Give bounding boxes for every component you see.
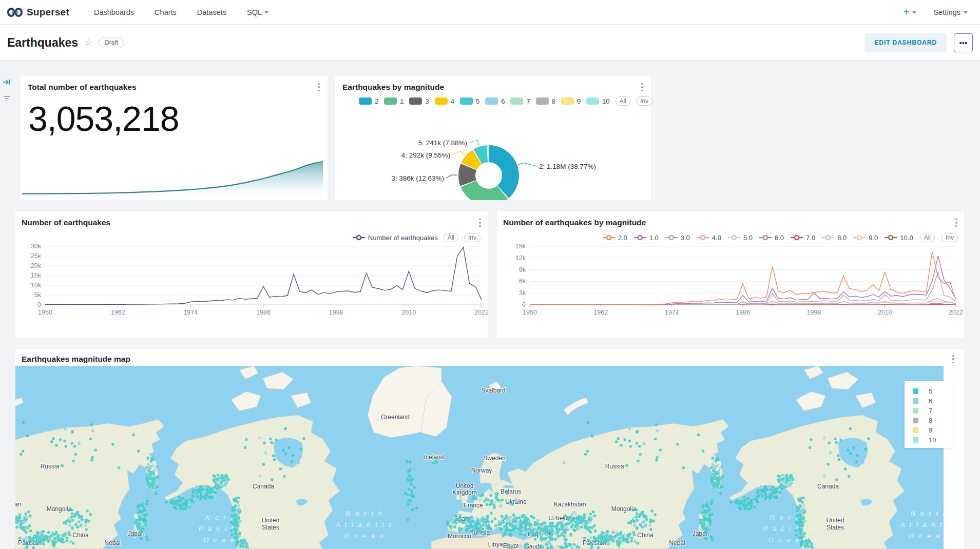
legend-item-magnitude-8.0[interactable]: 8.0 (822, 234, 847, 242)
big-number-value: 3,053,218 (28, 99, 179, 139)
legend-item-magnitude-6[interactable]: 6 (485, 97, 505, 105)
legend-label: 5.0 (743, 234, 753, 242)
legend-inv-button[interactable]: Inv (941, 233, 958, 242)
earthquake-count-card: Number of earthquakes Number of earthqua… (15, 211, 488, 338)
legend-label: 7 (929, 407, 932, 415)
chart-menu-kebab-icon[interactable] (315, 82, 322, 92)
nav-item-datasets[interactable]: Datasets (197, 8, 226, 16)
legend-line-marker (822, 234, 834, 241)
svg-text:United: United (262, 517, 280, 524)
chart-menu-kebab-icon[interactable] (476, 218, 484, 228)
donut-chart[interactable]: 2: 1.18M (38.77%)1: 921k (30.16%)3: 386k… (335, 105, 651, 200)
y-axis-tick-label: 5k (34, 291, 42, 299)
superset-logo-icon (7, 7, 23, 18)
multiline-legend: 2.01.03.04.05.06.07.08.09.010.0AllInv (603, 233, 958, 242)
line-chart[interactable]: 30k25k20k15k10k5k01950196219741986199820… (15, 242, 488, 320)
legend-label: 7 (526, 97, 530, 105)
multiline-chart[interactable]: 15k12k9k6k3k0195019621974198619982010202… (497, 242, 964, 320)
legend-item-magnitude-3.0[interactable]: 3.0 (665, 234, 690, 242)
legend-item-magnitude-2.0[interactable]: 2.0 (603, 234, 627, 242)
chart-menu-kebab-icon[interactable] (950, 354, 957, 364)
dashboard-more-button[interactable]: ••• (954, 33, 973, 52)
legend-item-magnitude-4[interactable]: 4 (435, 97, 454, 105)
svg-text:Canada: Canada (817, 483, 839, 490)
map-legend-item-5: 5 (913, 386, 953, 396)
svg-text:Nepal: Nepal (669, 539, 685, 546)
legend-label: 4 (451, 97, 454, 105)
svg-text:P a c i f i c: P a c i f i c (199, 525, 249, 533)
legend-line-marker (885, 234, 897, 241)
nav-item-label: SQL (247, 8, 262, 16)
legend-item-magnitude-7.0[interactable]: 7.0 (791, 234, 815, 242)
nav-item-sql[interactable]: SQL (247, 8, 268, 16)
legend-label: 8 (552, 97, 555, 105)
legend-item-magnitude-1[interactable]: 1 (384, 97, 403, 105)
legend-item-magnitude-5.0[interactable]: 5.0 (728, 234, 753, 242)
world-map-canvas[interactable]: N o r t hP a c i f i cO c e a nN o r t h… (15, 366, 944, 549)
map-legend-item-8: 8 (913, 416, 953, 425)
legend-swatch (435, 97, 448, 105)
legend-item-magnitude-3[interactable]: 3 (409, 97, 429, 105)
legend-item-magnitude-6.0[interactable]: 6.0 (759, 234, 784, 242)
y-axis-tick-label: 9k (519, 266, 526, 273)
legend-item-magnitude-8[interactable]: 8 (536, 97, 555, 105)
x-axis-tick-label: 2010 (878, 309, 892, 316)
y-axis-tick-label: 10k (31, 282, 42, 289)
legend-label: 6 (501, 97, 505, 105)
x-axis-tick-label: 1950 (38, 309, 52, 316)
legend-item-magnitude-7[interactable]: 7 (510, 97, 530, 105)
legend-item-magnitude-9[interactable]: 9 (561, 97, 581, 105)
legend-all-button[interactable]: All (920, 233, 935, 242)
svg-text:Kazakhstan: Kazakhstan (554, 501, 586, 508)
magnitude-map-card: Earthquakes magnitude map N o r t hP a c… (15, 349, 964, 549)
legend-item-magnitude-9.0[interactable]: 9.0 (853, 234, 878, 242)
legend-item-magnitude-10[interactable]: 10 (586, 97, 609, 105)
nav-item-label: Datasets (197, 8, 226, 16)
y-axis-tick-label: 15k (31, 272, 42, 279)
filter-icon[interactable] (3, 94, 11, 103)
legend-item-magnitude-10.0[interactable]: 10.0 (885, 234, 913, 242)
trend-sparkline (22, 159, 323, 198)
legend-line-marker (728, 234, 740, 241)
legend-line-marker (353, 234, 365, 241)
settings-menu[interactable]: Settings (934, 8, 968, 16)
legend-swatch (913, 427, 918, 433)
legend-swatch (913, 388, 918, 394)
nav-item-label: Charts (155, 8, 177, 16)
new-item-button[interactable]: + (904, 7, 916, 17)
y-axis-tick-label: 0 (522, 301, 526, 308)
y-axis-tick-label: 12k (515, 254, 526, 262)
legend-label: 10 (602, 97, 609, 105)
chevron-down-icon (964, 11, 968, 14)
legend-item-magnitude-5[interactable]: 5 (460, 97, 479, 105)
legend-item-number-of-earthquakes[interactable]: Number of earthquakes (353, 234, 438, 242)
legend-item-magnitude-1.0[interactable]: 1.0 (634, 234, 659, 242)
chart-menu-kebab-icon[interactable] (639, 82, 646, 92)
magnitude-donut-card: Earthquakes by magnitude 21345678910AllI… (335, 76, 651, 200)
legend-label: 10.0 (900, 234, 913, 242)
svg-text:O c e a n: O c e a n (344, 532, 385, 540)
svg-text:Belarus: Belarus (501, 488, 522, 495)
chart-title: Earthquakes by magnitude (342, 83, 444, 92)
y-axis-tick-label: 20k (31, 262, 42, 269)
legend-swatch (359, 97, 372, 105)
chart-menu-kebab-icon[interactable] (953, 218, 960, 228)
legend-swatch (485, 97, 498, 105)
chart-title: Earthquakes magnitude map (22, 355, 130, 364)
expand-filters-icon[interactable] (3, 78, 11, 86)
favorite-star-icon[interactable]: ☆ (84, 37, 92, 48)
donut-callout-label: 3: 386k (12.63%) (391, 174, 444, 182)
legend-swatch (913, 398, 918, 404)
nav-item-dashboards[interactable]: Dashboards (94, 8, 134, 16)
legend-label: 5 (929, 387, 932, 395)
superset-logo[interactable]: Superset (7, 7, 69, 18)
x-axis-tick-label: 2022 (949, 309, 963, 316)
legend-item-magnitude-4.0[interactable]: 4.0 (697, 234, 721, 242)
legend-line-marker (853, 234, 866, 241)
edit-dashboard-button[interactable]: EDIT DASHBOARD (864, 33, 947, 52)
legend-all-button[interactable]: All (444, 233, 458, 242)
legend-item-magnitude-2[interactable]: 2 (359, 97, 378, 105)
legend-label: 6 (929, 397, 932, 405)
nav-item-charts[interactable]: Charts (155, 8, 177, 16)
legend-inv-button[interactable]: Inv (464, 233, 481, 242)
